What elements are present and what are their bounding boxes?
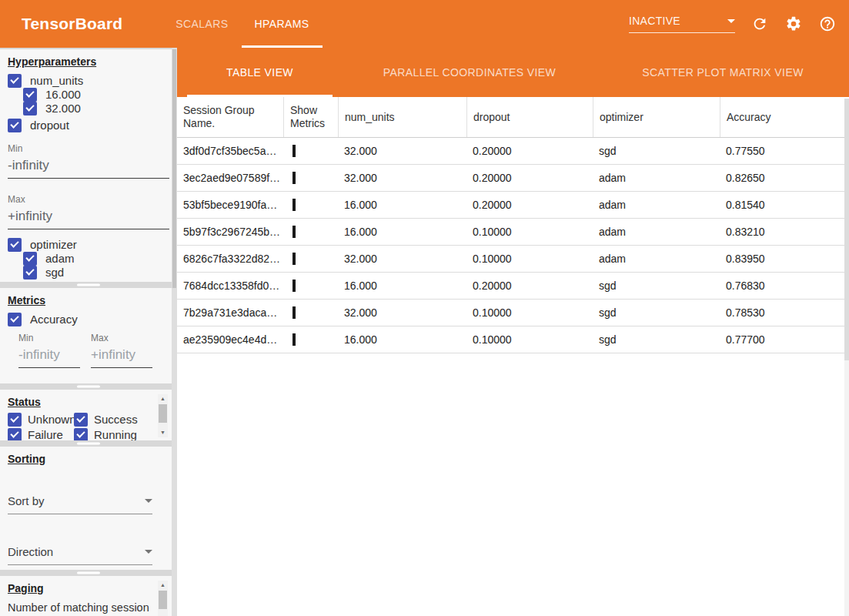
reload-button[interactable] <box>750 15 769 33</box>
checkbox-16[interactable] <box>23 88 37 102</box>
table-row[interactable]: 7684dcc13358fd0… 16.000 0.20000 sgd 0.76… <box>177 273 849 300</box>
scroll-down-icon[interactable]: ▼ <box>158 428 168 437</box>
show-metrics-checkbox[interactable] <box>292 333 296 346</box>
scrollbar-thumb[interactable] <box>172 49 176 288</box>
value-label: 16.000 <box>45 88 81 102</box>
drag-handle[interactable] <box>77 386 100 388</box>
drag-handle[interactable] <box>77 572 100 574</box>
section-resize-divider[interactable] <box>0 383 177 390</box>
min-label: Min <box>8 143 169 154</box>
value-label: 32.000 <box>45 102 81 116</box>
status-unknown[interactable]: Unknown <box>8 413 74 427</box>
settings-button[interactable] <box>784 15 803 33</box>
metric-min-field: Min -infinity <box>18 333 80 368</box>
table-row[interactable]: 6826c7fa3322d82… 32.000 0.10000 adam 0.8… <box>177 246 849 273</box>
show-metrics-checkbox[interactable] <box>292 145 296 157</box>
value-label: adam <box>45 252 75 266</box>
content-scrollbar[interactable] <box>844 99 849 616</box>
drag-handle[interactable] <box>77 284 100 286</box>
checkbox-success[interactable] <box>74 413 88 427</box>
sort-by-select[interactable]: Sort by <box>8 494 152 514</box>
checkbox-unknown[interactable] <box>8 413 22 427</box>
dropout-cell: 0.10000 <box>466 306 593 319</box>
table-row[interactable]: 3df0d7cf35bec5a… 32.000 0.20000 sgd 0.77… <box>177 138 849 165</box>
status-scrollbar[interactable]: ▲ ▼ <box>158 394 168 437</box>
status-success[interactable]: Success <box>74 413 169 427</box>
tab-table-view[interactable]: TABLE VIEW <box>177 48 343 97</box>
min-input[interactable]: -infinity <box>18 345 80 368</box>
paging-scrollbar[interactable]: ▲ <box>158 581 168 616</box>
hparam-num-units[interactable]: num_units <box>8 74 169 88</box>
hparam-optimizer[interactable]: optimizer <box>8 238 169 252</box>
sidebar-scrollbar[interactable] <box>172 48 177 616</box>
scrollbar-thumb[interactable] <box>159 591 167 609</box>
optimizer-cell: adam <box>593 226 720 238</box>
table-row[interactable]: 7b29a731e3daca… 32.000 0.10000 sgd 0.785… <box>177 300 849 326</box>
checkbox-adam[interactable] <box>23 252 37 266</box>
scrollbar-thumb[interactable] <box>159 404 167 423</box>
max-input[interactable]: +infinity <box>91 345 152 368</box>
hparam-value-adam[interactable]: adam <box>23 252 169 266</box>
hparam-dropout[interactable]: dropout <box>8 119 169 132</box>
metrics-heading: Metrics <box>8 294 169 306</box>
tab-parallel-coordinates-view[interactable]: PARALLEL COORDINATES VIEW <box>343 48 597 97</box>
show-metrics-checkbox[interactable] <box>292 253 296 265</box>
col-show-metrics[interactable]: Show Metrics <box>283 97 338 137</box>
session-group-name: ae235909ec4e4d… <box>177 333 283 346</box>
num-units-cell: 32.000 <box>338 306 466 319</box>
table-row[interactable]: ae235909ec4e4d… 16.000 0.10000 sgd 0.777… <box>177 326 849 353</box>
section-hyperparameters: Hyperparameters num_units 16.000 32.000 … <box>0 49 177 282</box>
table-row[interactable]: 3ec2aed9e07589f… 32.000 0.20000 adam 0.8… <box>177 165 849 192</box>
session-group-name: 3df0d7cf35bec5a… <box>177 145 283 157</box>
checkbox-sgd[interactable] <box>23 266 37 280</box>
show-metrics-checkbox[interactable] <box>292 226 296 238</box>
hparams-sidebar: Hyperparameters num_units 16.000 32.000 … <box>0 48 177 616</box>
col-session-group-name[interactable]: Session Group Name. <box>177 97 283 137</box>
col-optimizer[interactable]: optimizer <box>593 97 720 137</box>
run-status-select[interactable]: INACTIVE <box>629 15 735 33</box>
scroll-up-icon[interactable]: ▲ <box>158 394 168 403</box>
hparam-value-16[interactable]: 16.000 <box>23 88 169 102</box>
scroll-up-icon[interactable]: ▲ <box>158 581 168 590</box>
min-input[interactable]: -infinity <box>8 156 169 179</box>
metric-label: Accuracy <box>30 313 78 326</box>
checkbox-32[interactable] <box>23 102 37 116</box>
show-metrics-checkbox[interactable] <box>292 280 296 292</box>
run-status-value: INACTIVE <box>629 15 680 27</box>
show-metrics-checkbox[interactable] <box>292 306 296 319</box>
tab-scalars[interactable]: SCALARS <box>162 0 241 48</box>
direction-select[interactable]: Direction <box>8 545 152 565</box>
hparam-value-32[interactable]: 32.000 <box>23 102 169 116</box>
max-input[interactable]: +infinity <box>8 206 169 229</box>
checkbox-num-units[interactable] <box>8 74 22 88</box>
checkbox-dropout[interactable] <box>8 119 22 132</box>
col-dropout[interactable]: dropout <box>466 97 593 137</box>
tab-scatter-plot-matrix-view[interactable]: SCATTER PLOT MATRIX VIEW <box>597 48 849 97</box>
value-label: sgd <box>45 266 64 280</box>
help-button[interactable] <box>818 15 837 33</box>
section-resize-divider[interactable] <box>0 440 177 447</box>
optimizer-cell: sgd <box>593 306 720 319</box>
table-row[interactable]: 53bf5bece9190fa… 16.000 0.20000 adam 0.8… <box>177 192 849 219</box>
col-accuracy[interactable]: Accuracy <box>720 97 849 137</box>
show-metrics-checkbox[interactable] <box>292 172 296 184</box>
gear-icon <box>785 15 802 32</box>
checkbox-accuracy[interactable] <box>8 313 22 326</box>
table-row[interactable]: 5b97f3c2967245b… 16.000 0.10000 adam 0.8… <box>177 219 849 246</box>
session-group-name: 3ec2aed9e07589f… <box>177 172 283 184</box>
drag-handle[interactable] <box>77 443 100 445</box>
scrollbar-thumb[interactable] <box>844 99 849 360</box>
hparam-value-sgd[interactable]: sgd <box>23 266 169 280</box>
metric-accuracy[interactable]: Accuracy <box>8 313 169 326</box>
checkbox-optimizer[interactable] <box>8 238 22 252</box>
section-resize-divider[interactable] <box>0 570 177 576</box>
chevron-down-icon <box>727 19 735 23</box>
section-paging: Paging Number of matching session groups… <box>0 576 177 616</box>
col-num-units[interactable]: num_units <box>338 97 466 137</box>
status-heading: Status <box>8 396 169 408</box>
optimizer-cell: adam <box>593 172 720 184</box>
section-resize-divider[interactable] <box>0 282 177 288</box>
accuracy-cell: 0.82650 <box>720 172 849 184</box>
tab-hparams[interactable]: HPARAMS <box>242 0 323 48</box>
show-metrics-checkbox[interactable] <box>292 199 296 211</box>
